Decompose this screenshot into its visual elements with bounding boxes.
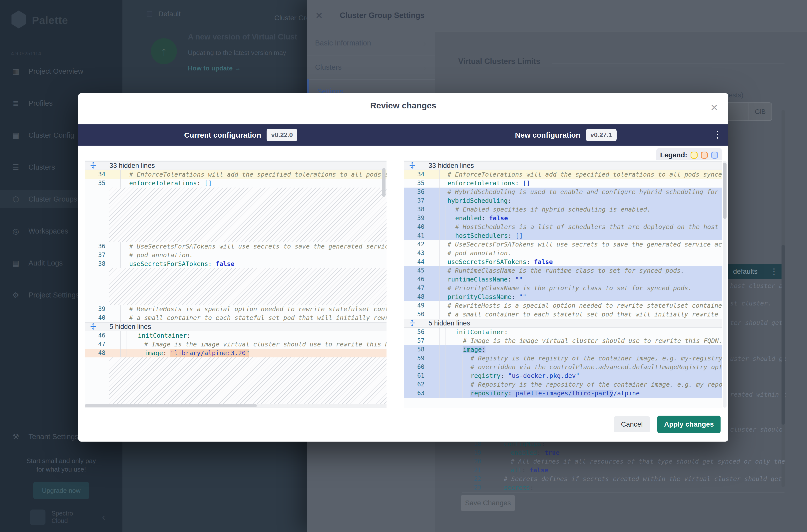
- unfold-icon[interactable]: [409, 319, 416, 327]
- collapsed-region-hatch: [85, 188, 387, 242]
- config-versions-bar: Current configuration v0.22.0 New config…: [78, 125, 728, 146]
- line-number: 60: [404, 363, 425, 372]
- drawer-scrollbar-thumb[interactable]: [782, 245, 785, 424]
- unfold-icon[interactable]: [90, 323, 97, 331]
- chart-icon: ▥: [12, 67, 20, 76]
- bg-code-fragment: reated within t: [730, 391, 787, 398]
- layers-icon: ≣: [12, 99, 20, 108]
- line-number: 62: [404, 380, 425, 389]
- update-banner-title: A new version of Virtual Clust: [188, 33, 297, 41]
- code-line-44: 44useSecretsForSATokens: false: [404, 258, 722, 266]
- line-number: 63: [404, 389, 425, 398]
- line-number: 46: [404, 275, 425, 284]
- legend-removed-chip: [701, 152, 708, 158]
- code-line-58: 58image:: [404, 345, 722, 354]
- code-line-37: 37hybridScheduling:: [404, 196, 722, 205]
- code-line-37: 37# pod annotation.: [85, 251, 387, 260]
- hidden-lines-label: 5 hidden lines: [429, 320, 470, 327]
- sidebar-collapse-icon[interactable]: ‹: [102, 512, 105, 523]
- line-number: 43: [404, 249, 425, 258]
- current-version-badge: v0.22.0: [267, 129, 297, 141]
- code-line-39: 39# RewriteHosts is a special option nee…: [85, 305, 387, 314]
- code-line-60: 60# overridden via the controlPlane.adva…: [404, 363, 722, 372]
- bg-code-line-23: 23secrets:: [462, 483, 785, 492]
- code-line-48: 48image: "library/alpine:3.20": [85, 349, 387, 357]
- code-line-42: 42# UseSecretsForSATokens will use secre…: [404, 240, 722, 249]
- line-number: 58: [404, 345, 425, 354]
- line-number: 38: [404, 205, 425, 214]
- project-selector[interactable]: Default: [158, 10, 181, 18]
- apply-changes-button[interactable]: Apply changes: [657, 416, 720, 433]
- wrench-icon: ⚒: [12, 432, 20, 441]
- upgrade-now-button[interactable]: Upgrade now: [33, 482, 89, 499]
- line-number: 35: [85, 179, 106, 188]
- cancel-button[interactable]: Cancel: [614, 416, 650, 432]
- spectro-cloud-label: SpectroCloud: [52, 510, 73, 525]
- palette-logo-icon: [12, 11, 26, 28]
- line-number: 59: [404, 354, 425, 363]
- bg-code-fragment: cluster should: [730, 426, 783, 433]
- hidden-lines-row: 5 hidden lines: [85, 322, 387, 331]
- unfold-icon[interactable]: [409, 162, 416, 170]
- right-panel-scrollbar-thumb[interactable]: [723, 163, 727, 219]
- code-line-49: 49# RewriteHosts is a special option nee…: [404, 301, 722, 310]
- unfold-icon[interactable]: [90, 162, 97, 170]
- sidebar-item-project-overview[interactable]: ▥ Project Overview: [0, 62, 123, 80]
- drawer-close-icon[interactable]: ✕: [315, 11, 323, 21]
- hidden-lines-row: 33 hidden lines: [85, 161, 387, 170]
- horizontal-scrollbar[interactable]: [85, 404, 387, 407]
- line-number: 50: [404, 310, 425, 319]
- code-line-63: 63repository: palette-images/third-party…: [404, 389, 722, 398]
- code-line-46: 46initContainer:: [85, 331, 387, 340]
- line-number: 34: [85, 170, 106, 179]
- modal-close-icon[interactable]: ✕: [710, 102, 718, 113]
- current-config-header: Current configuration v0.22.0: [78, 125, 403, 146]
- chevron-right-icon: ›: [424, 63, 426, 72]
- code-line-61: 61registry: "us-docker.pkg.dev": [404, 372, 722, 380]
- line-number: 56: [404, 328, 425, 337]
- code-line-48: 48priorityClassName: "": [404, 292, 722, 301]
- editor-bottom-divider: [462, 493, 785, 493]
- hidden-lines-row: 33 hidden lines: [404, 161, 722, 170]
- line-number: 39: [404, 214, 425, 223]
- collapsed-region-hatch: [85, 268, 387, 305]
- code-line-40: 40# HostSchedulers is a list of schedule…: [404, 223, 722, 231]
- new-config-header: New configuration v0.27.1: [403, 125, 728, 146]
- how-to-update-link[interactable]: How to update →: [188, 64, 241, 72]
- code-line-47: 47# PriorityClassName is the priority cl…: [404, 284, 722, 292]
- nodes-icon: ⬡: [12, 195, 20, 204]
- drawer-item-basic-information[interactable]: Basic Information ›: [307, 31, 435, 55]
- section-divider: [552, 63, 785, 63]
- line-number: 36: [85, 242, 106, 251]
- line-number: 40: [85, 314, 106, 322]
- breadcrumb: Cluster Gro: [274, 14, 310, 22]
- update-banner-subtitle: Updating to the latest version may: [188, 49, 286, 57]
- legend-added-chip: [711, 152, 718, 158]
- kebab-menu-icon[interactable]: ⋮: [770, 267, 778, 276]
- current-config-code-panel[interactable]: 33 hidden lines34# EnforceTolerations wi…: [85, 160, 387, 407]
- code-line-38: 38useSecretsForSATokens: false: [85, 260, 387, 268]
- new-config-code-panel[interactable]: 33 hidden lines34# EnforceTolerations wi…: [404, 160, 722, 407]
- drawer-item-clusters[interactable]: Clusters ›: [307, 55, 435, 80]
- code-line-34: 34# EnforceTolerations will add the spec…: [404, 170, 722, 179]
- line-number: 34: [404, 170, 425, 179]
- code-line-50: 50# a small container to each stateful s…: [404, 310, 722, 319]
- save-changes-button[interactable]: Save Changes: [461, 495, 515, 511]
- list-icon: ☰: [12, 163, 20, 172]
- code-line-36: 36# UseSecretsForSATokens will use secre…: [85, 242, 387, 251]
- doc-gear-icon: ▤: [12, 131, 20, 140]
- code-line-39: 39enabled: false: [404, 214, 722, 223]
- line-number: 49: [404, 301, 425, 310]
- bg-code-line-21: 21all: false: [462, 466, 785, 475]
- bg-code-line-22: 22# Secrets defines if secrets created w…: [462, 475, 785, 483]
- new-version-badge: v0.27.1: [586, 129, 617, 141]
- code-line-45: 45# RuntimeClassName is the runtime clas…: [404, 266, 722, 275]
- bg-code-line-20: 20# All defines if all resources of that…: [462, 457, 785, 466]
- line-number: 46: [85, 331, 106, 340]
- diff-options-menu-icon[interactable]: ⋮: [713, 129, 722, 140]
- left-panel-scrollbar-thumb[interactable]: [382, 168, 386, 197]
- code-line-38: 38# Enabled specifies if hybrid scheduli…: [404, 205, 722, 214]
- code-line-56: 56initContainer:: [404, 328, 722, 337]
- legend-modified-chip: [691, 152, 698, 158]
- line-number: 61: [404, 372, 425, 380]
